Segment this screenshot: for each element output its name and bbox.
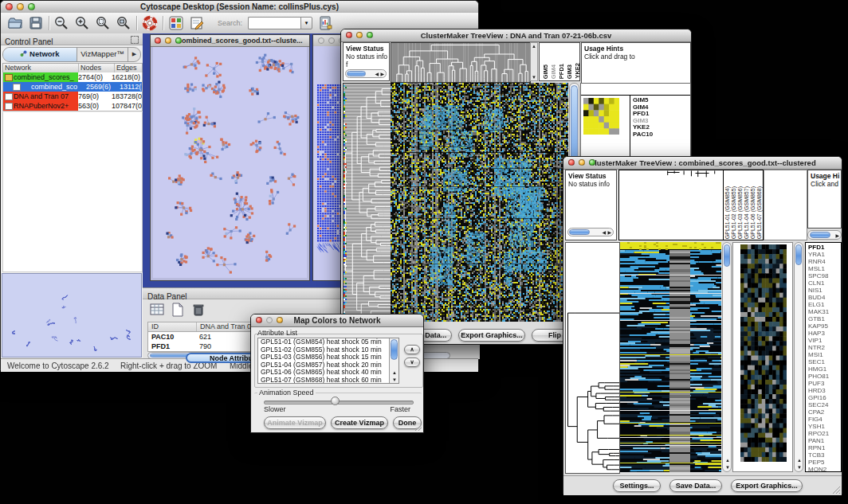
animate-vizmap-button[interactable]: Animate Vizmap: [264, 416, 326, 429]
gene-label[interactable]: ELG1: [808, 301, 829, 308]
column-label[interactable]: GPL51-07 (GSM868): [756, 186, 762, 239]
gene-label[interactable]: FIG4: [808, 416, 829, 423]
row-dendrogram-canvas[interactable]: [343, 83, 391, 323]
gene-label[interactable]: MSI1: [808, 351, 829, 358]
close-icon[interactable]: [568, 159, 575, 166]
column-label[interactable]: GPL51-03 (GSM856): [737, 186, 743, 239]
gene-label[interactable]: PUF3: [808, 380, 829, 387]
gene-label[interactable]: SEC1: [808, 358, 829, 365]
animation-slider-thumb[interactable]: [331, 397, 340, 405]
gene-label[interactable]: RPO21: [808, 430, 829, 437]
gene-label[interactable]: GPI16: [808, 394, 829, 401]
close-icon[interactable]: [6, 3, 13, 10]
network-view-canvas[interactable]: [153, 47, 307, 278]
close-icon[interactable]: [346, 32, 352, 38]
gene-label[interactable]: VIP1: [808, 337, 829, 344]
zoom-in-icon[interactable]: [74, 15, 90, 31]
main-titlebar[interactable]: Cytoscape Desktop (Session Name: collins…: [1, 1, 478, 14]
heatmap-vscrollbar[interactable]: ▲▼: [722, 242, 732, 472]
gene-label[interactable]: CPA2: [808, 408, 829, 416]
tab-overflow-icon[interactable]: ▶: [128, 48, 140, 61]
search-input[interactable]: [248, 17, 301, 29]
column-label[interactable]: GPL51-01 (GSM854): [724, 186, 730, 239]
column-label[interactable]: GIM4: [550, 64, 557, 79]
gene-label[interactable]: MAK31: [808, 308, 829, 315]
column-dendrogram-canvas[interactable]: [618, 170, 724, 240]
view-status-scrollbar[interactable]: ◀▶: [567, 228, 614, 236]
gene-list-scrollbar-top[interactable]: ▶: [807, 230, 842, 240]
settings-button[interactable]: Settings...: [613, 479, 661, 492]
minimize-icon[interactable]: [266, 317, 273, 323]
minimize-icon[interactable]: [579, 159, 585, 166]
gene-label[interactable]: KAP95: [808, 322, 829, 330]
help-lifesaver-icon[interactable]: [142, 15, 158, 31]
column-label[interactable]: GPL51-06 (GSM865): [750, 186, 756, 239]
gene-label[interactable]: PHO81: [808, 373, 829, 380]
save-data-button[interactable]: Save Data...: [669, 479, 722, 492]
attribute-list-item[interactable]: GPL51-07 (GSM868) heat shock 60 min: [258, 377, 398, 385]
gene-label[interactable]: HMG1: [808, 365, 829, 373]
open-folder-icon[interactable]: [7, 15, 23, 31]
attribute-table-icon[interactable]: [149, 302, 165, 318]
column-label[interactable]: PFD1: [558, 64, 565, 79]
view-status-scrollbar[interactable]: ◀▶: [345, 69, 387, 78]
delete-attribute-trash-icon[interactable]: [190, 302, 206, 318]
gene-label[interactable]: PAC10: [633, 131, 653, 139]
create-vizmap-button[interactable]: Create Vizmap: [331, 416, 388, 429]
vizmapper-icon[interactable]: [168, 15, 184, 31]
gene-label[interactable]: NTR2: [808, 344, 829, 351]
zoom-heatmap-canvas[interactable]: [740, 244, 787, 462]
column-header-id[interactable]: ID: [148, 322, 197, 331]
zoom-window-icon[interactable]: [589, 159, 595, 166]
zoom-window-icon[interactable]: [277, 317, 283, 323]
gene-label[interactable]: PAN1: [808, 437, 829, 444]
gene-label[interactable]: MON2: [808, 466, 829, 472]
minimize-icon[interactable]: [17, 3, 24, 10]
gene-label[interactable]: CLN1: [808, 279, 829, 287]
column-label[interactable]: YKE2: [574, 63, 580, 79]
search-dropdown-icon[interactable]: ▾: [300, 17, 312, 29]
gene-label[interactable]: YSH1: [808, 423, 829, 430]
minimize-icon[interactable]: [165, 37, 171, 44]
birdseye-overview-canvas[interactable]: [2, 273, 142, 357]
gene-label[interactable]: HRD3: [808, 387, 829, 394]
gene-label[interactable]: TCB3: [808, 451, 829, 459]
gene-label[interactable]: RPN1: [808, 444, 829, 451]
close-icon[interactable]: [256, 317, 262, 323]
attribute-chart-icon[interactable]: [318, 15, 334, 31]
gene-label[interactable]: NIS1: [808, 287, 829, 294]
resize-grip-icon[interactable]: [414, 424, 422, 432]
close-icon[interactable]: [155, 37, 161, 44]
save-icon[interactable]: [28, 15, 44, 31]
zoom-window-icon[interactable]: [367, 32, 373, 38]
mini-heatmap-canvas[interactable]: [583, 98, 619, 135]
network-list-row[interactable]: combined_sco 2569(6) 13112(15): [3, 82, 142, 92]
heatmap-canvas[interactable]: [391, 83, 568, 322]
zoom-heatmap-vscrollbar[interactable]: ▲▼: [794, 242, 803, 472]
gene-label[interactable]: GTB1: [808, 315, 829, 322]
minimize-icon[interactable]: [356, 32, 363, 38]
attribute-list[interactable]: GPL51-01 (GSM854) heat shock 05 minGPL51…: [257, 338, 399, 384]
resize-grip-icon[interactable]: [831, 485, 841, 494]
column-label[interactable]: GPL51-04 (GSM857): [744, 186, 749, 239]
export-graphics-button[interactable]: Export Graphics...: [458, 329, 525, 342]
move-down-button[interactable]: ∨: [404, 357, 420, 367]
gene-label[interactable]: YRA1: [808, 251, 829, 258]
gene-label[interactable]: HAP3: [808, 330, 829, 337]
dialog-titlebar[interactable]: Map Colors to Network: [251, 315, 423, 327]
zoom-selected-icon[interactable]: [95, 15, 111, 31]
treeview1-titlebar[interactable]: ClusterMaker TreeView : DNA and Tran 07-…: [341, 29, 691, 42]
gene-label[interactable]: PEP5: [808, 459, 829, 466]
export-graphics-button[interactable]: Export Graphics...: [731, 479, 803, 492]
new-attribute-icon[interactable]: [170, 302, 186, 318]
gene-label[interactable]: SPC98: [808, 272, 829, 279]
row-dendrogram-canvas[interactable]: [565, 242, 620, 474]
network-list-row[interactable]: DNA and Tran 07 769(0) 183728(0): [3, 92, 142, 101]
column-label[interactable]: GIM3: [566, 64, 573, 79]
attribute-list-scrollbar[interactable]: ▲▼: [389, 338, 398, 383]
gene-label[interactable]: SEC24: [808, 401, 829, 408]
column-label[interactable]: GIM5: [542, 64, 549, 79]
zoom-fit-icon[interactable]: [116, 15, 132, 31]
close-icon[interactable]: [318, 37, 324, 44]
dendrogram-scroll-strip[interactable]: ▲▼: [530, 42, 538, 81]
